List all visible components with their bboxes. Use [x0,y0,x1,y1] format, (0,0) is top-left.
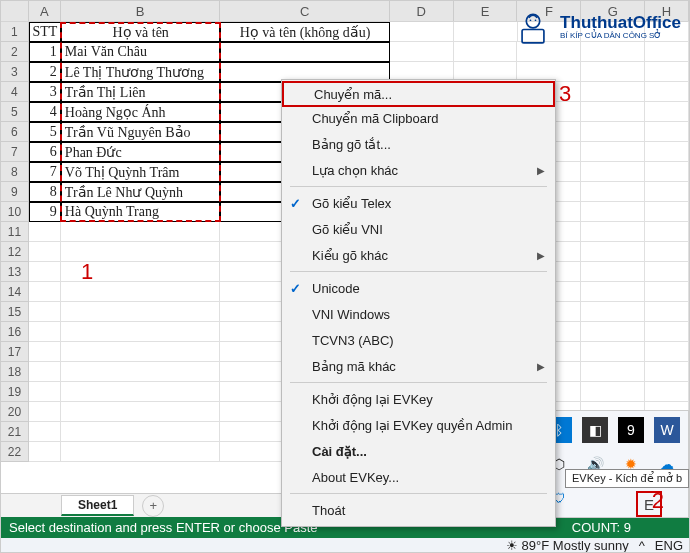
cell[interactable] [645,82,689,102]
cell[interactable] [61,282,221,302]
cell[interactable] [645,262,689,282]
cell[interactable] [645,162,689,182]
cell[interactable] [61,442,221,462]
cell[interactable] [454,22,518,42]
menu-about[interactable]: About EVKey... [282,464,555,490]
weather-temp[interactable]: ☀ 89°F Mostly sunny [506,538,629,553]
row-header[interactable]: 22 [1,442,29,462]
tray-icon[interactable]: ◧ [582,417,608,443]
cell[interactable] [61,302,221,322]
cell[interactable]: Hoàng Ngọc Ánh [61,102,221,122]
cell[interactable] [645,182,689,202]
menu-restart-admin[interactable]: Khởi động lại EVKey quyền Admin [282,412,555,438]
cell[interactable]: Phan Đức [61,142,221,162]
cell[interactable] [581,282,645,302]
cell[interactable] [645,342,689,362]
cell[interactable] [29,382,61,402]
cell[interactable]: Hà Quỳnh Trang [61,202,221,222]
cell[interactable] [581,322,645,342]
cell[interactable]: Võ Thị Quỳnh Trâm [61,162,221,182]
cell[interactable] [581,242,645,262]
cell[interactable] [61,422,221,442]
menu-other-encoding[interactable]: Bảng mã khác▶ [282,353,555,379]
cell[interactable] [645,322,689,342]
cell[interactable] [581,122,645,142]
cell[interactable]: Họ và tên (không dấu) [220,22,389,42]
menu-exit[interactable]: Thoát [282,497,555,523]
cell[interactable]: Trần Vũ Nguyên Bảo [61,122,221,142]
cell[interactable] [645,122,689,142]
cell[interactable]: 7 [29,162,61,182]
cell[interactable] [29,402,61,422]
row-header[interactable]: 2 [1,42,29,62]
tray-number-icon[interactable]: 9 [618,417,644,443]
cell[interactable]: Họ và tên [61,22,221,42]
cell[interactable] [29,242,61,262]
cell[interactable] [581,142,645,162]
menu-settings[interactable]: Cài đặt... [282,438,555,464]
row-header[interactable]: 1 [1,22,29,42]
cell[interactable] [61,362,221,382]
cell[interactable] [29,422,61,442]
row-header[interactable]: 4 [1,82,29,102]
cell[interactable] [61,222,221,242]
cell[interactable] [645,302,689,322]
row-header[interactable]: 15 [1,302,29,322]
cell[interactable] [645,142,689,162]
sheet-tab[interactable]: Sheet1 [61,495,134,516]
cell[interactable] [645,362,689,382]
menu-vni[interactable]: Gõ kiểu VNI [282,216,555,242]
cell[interactable]: 9 [29,202,61,222]
cell[interactable] [29,442,61,462]
cell[interactable] [581,62,645,82]
add-sheet-button[interactable]: + [142,495,164,517]
menu-other-type[interactable]: Kiểu gõ khác▶ [282,242,555,268]
cell[interactable]: Trần Lê Như Quỳnh [61,182,221,202]
row-header[interactable]: 21 [1,422,29,442]
menu-convert[interactable]: Chuyển mã... [282,81,555,107]
cell[interactable] [581,342,645,362]
cell[interactable] [581,202,645,222]
cell[interactable] [581,182,645,202]
col-header-e[interactable]: E [454,1,518,21]
row-header[interactable]: 17 [1,342,29,362]
row-header[interactable]: 10 [1,202,29,222]
cell[interactable] [581,222,645,242]
tray-chevron-icon[interactable]: ^ [639,538,645,553]
cell[interactable] [220,42,389,62]
row-header[interactable]: 14 [1,282,29,302]
cell[interactable] [581,82,645,102]
cell[interactable]: 2 [29,62,61,82]
menu-other-choice[interactable]: Lựa chọn khác▶ [282,157,555,183]
cell[interactable] [29,262,61,282]
row-header[interactable]: 3 [1,62,29,82]
menu-vni-windows[interactable]: VNI Windows [282,301,555,327]
cell[interactable] [645,102,689,122]
cell[interactable] [645,382,689,402]
col-header-a[interactable]: A [29,1,61,21]
cell[interactable] [29,362,61,382]
cell[interactable]: Mai Văn Châu [61,42,221,62]
row-header[interactable]: 6 [1,122,29,142]
menu-convert-clipboard[interactable]: Chuyển mã Clipboard [282,105,555,131]
cell[interactable] [645,282,689,302]
cell[interactable] [645,222,689,242]
cell[interactable] [581,302,645,322]
cell[interactable]: 5 [29,122,61,142]
cell[interactable] [581,262,645,282]
cell[interactable] [29,222,61,242]
cell[interactable]: Trần Thị Liên [61,82,221,102]
cell[interactable] [645,202,689,222]
row-header[interactable]: 20 [1,402,29,422]
menu-telex[interactable]: ✓Gõ kiểu Telex [282,190,555,216]
cell[interactable] [454,42,518,62]
select-all-corner[interactable] [1,1,29,21]
cell[interactable] [581,362,645,382]
cell[interactable] [390,22,454,42]
cell[interactable] [29,322,61,342]
cell[interactable] [61,342,221,362]
row-header[interactable]: 13 [1,262,29,282]
menu-tcvn3[interactable]: TCVN3 (ABC) [282,327,555,353]
cell[interactable] [29,302,61,322]
cell[interactable] [581,382,645,402]
